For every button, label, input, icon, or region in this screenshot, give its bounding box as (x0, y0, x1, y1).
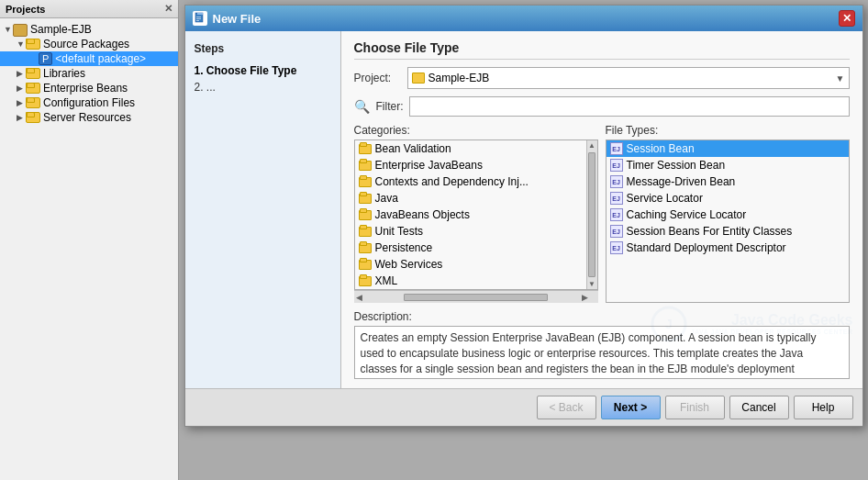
category-label: Java (375, 192, 398, 205)
list-item[interactable]: EJ Session Bean (606, 140, 849, 157)
project-select[interactable]: Sample-EJB ▼ (407, 67, 850, 89)
step-2: 2. ... (195, 79, 331, 95)
categories-section: Categories: Bean Validation Enterprise J… (354, 124, 598, 303)
next-button[interactable]: Next > (601, 396, 661, 419)
list-item[interactable]: Persistence (355, 240, 586, 256)
list-item[interactable]: Java (355, 190, 586, 207)
description-text: Creates an empty Session Enterprise Java… (354, 326, 850, 379)
folder-icon (26, 112, 40, 123)
file-types-label: File Types: (606, 124, 850, 137)
file-types-list[interactable]: EJ Session Bean EJ Timer Session Bean EJ… (606, 140, 849, 302)
file-type-icon: EJ (610, 192, 623, 205)
tree-item-configuration-files[interactable]: ▶ Configuration Files (0, 95, 178, 110)
hscroll-thumb (404, 294, 548, 301)
filter-search-icon: 🔍 (354, 98, 371, 115)
category-label: Unit Tests (375, 225, 423, 238)
package-icon: P (39, 52, 52, 65)
categories-scrollbar[interactable]: ▲ ▼ (586, 140, 597, 289)
dialog-body: Steps 1. Choose File Type 2. ... Choose … (185, 31, 862, 388)
help-button[interactable]: Help (794, 396, 853, 419)
file-type-label: Standard Deployment Descriptor (627, 241, 786, 254)
projects-header: Projects ✕ (0, 0, 178, 18)
section-title: Choose File Type (354, 40, 850, 60)
list-item[interactable]: Bean Validation (355, 140, 586, 157)
steps-title: Steps (195, 42, 331, 55)
category-label: JavaBeans Objects (375, 208, 470, 221)
tree-label-source-packages: Source Packages (43, 38, 129, 50)
svg-rect-3 (196, 18, 201, 19)
tree-item-libraries[interactable]: ▶ Libraries (0, 66, 178, 81)
folder-small-icon (359, 243, 372, 253)
list-item[interactable]: EJ Message-Driven Bean (606, 173, 849, 190)
step-1: 1. Choose File Type (195, 62, 331, 79)
tree-item-sample-ejb[interactable]: ▼ Sample-EJB (0, 22, 178, 37)
projects-close-icon[interactable]: ✕ (164, 3, 172, 15)
file-type-label: Caching Service Locator (627, 208, 747, 221)
scroll-down-icon[interactable]: ▼ (587, 279, 596, 289)
step-2-label: ... (206, 81, 216, 94)
description-section: Description: Creates an empty Session En… (354, 310, 850, 379)
tree-item-enterprise-beans[interactable]: ▶ Enterprise Beans (0, 81, 178, 95)
tree-item-server-resources[interactable]: ▶ Server Resources (0, 110, 178, 125)
back-button[interactable]: < Back (537, 396, 596, 419)
tree-item-default-package[interactable]: P <default package> (0, 51, 178, 66)
projects-panel: Projects ✕ ▼ Sample-EJB ▼ Source Package… (0, 0, 179, 480)
file-type-icon: EJ (610, 142, 623, 155)
tree-label-libraries: Libraries (43, 67, 85, 80)
category-label: Web Services (375, 258, 443, 271)
step-1-number: 1. (195, 64, 204, 77)
list-item[interactable]: JavaBeans Objects (355, 207, 586, 223)
folder-small-icon (359, 161, 372, 171)
list-item[interactable]: EJ Standard Deployment Descriptor (606, 240, 849, 256)
dialog-icon (193, 11, 207, 26)
cancel-button[interactable]: Cancel (729, 396, 789, 419)
svg-rect-2 (196, 17, 201, 17)
expand-arrow: ▶ (17, 113, 26, 122)
categories-list[interactable]: Bean Validation Enterprise JavaBeans Con… (355, 140, 586, 289)
list-item[interactable]: Unit Tests (355, 223, 586, 240)
list-item[interactable]: Web Services (355, 256, 586, 273)
dialog-close-button[interactable]: ✕ (839, 10, 855, 27)
filter-label: Filter: (376, 100, 404, 113)
list-item[interactable]: EJ Timer Session Bean (606, 157, 849, 173)
category-label: Bean Validation (375, 142, 451, 155)
folder-icon (26, 83, 40, 94)
list-item[interactable]: EJ Caching Service Locator (606, 207, 849, 223)
tree-label-enterprise-beans: Enterprise Beans (43, 82, 128, 95)
expand-arrow: ▶ (17, 69, 26, 78)
folder-small-icon (359, 144, 372, 154)
category-label: Enterprise JavaBeans (375, 159, 483, 172)
dialog-footer: < Back Next > Finish Cancel Help (185, 388, 862, 426)
scroll-left-icon[interactable]: ◀ (356, 293, 371, 302)
category-label: Contexts and Dependency Inj... (375, 175, 529, 188)
folder-small-icon (359, 177, 372, 187)
tree-label-sample-ejb: Sample-EJB (30, 23, 92, 36)
file-type-label: Timer Session Bean (627, 159, 726, 172)
expand-arrow: ▶ (17, 84, 26, 93)
folder-small-icon (359, 276, 372, 286)
list-item[interactable]: Contexts and Dependency Inj... (355, 173, 586, 190)
categories-hscrollbar[interactable]: ◀ ▶ (354, 290, 598, 303)
project-value: Sample-EJB (428, 72, 490, 84)
project-small-icon (412, 73, 425, 84)
dropdown-arrow-icon: ▼ (836, 73, 845, 84)
dialog-title: New File (213, 12, 262, 26)
finish-button[interactable]: Finish (665, 396, 725, 419)
file-type-icon: EJ (610, 225, 623, 238)
categories-label: Categories: (354, 124, 598, 137)
scroll-up-icon[interactable]: ▲ (587, 140, 596, 151)
list-item[interactable]: EJ Service Locator (606, 190, 849, 207)
file-type-label: Message-Driven Bean (627, 175, 736, 188)
main-content: Choose File Type Project: Sample-EJB ▼ 🔍… (341, 31, 862, 388)
list-item[interactable]: Enterprise JavaBeans (355, 157, 586, 173)
tree-item-source-packages[interactable]: ▼ Source Packages (0, 37, 178, 51)
description-label: Description: (354, 310, 850, 323)
filter-input[interactable] (409, 96, 850, 117)
scroll-right-icon[interactable]: ▶ (582, 293, 596, 302)
list-item[interactable]: EJ Session Beans For Entity Classes (606, 223, 849, 240)
file-type-label: Session Beans For Entity Classes (627, 225, 793, 238)
svg-rect-4 (196, 20, 199, 21)
project-row: Project: Sample-EJB ▼ (354, 67, 850, 89)
scroll-thumb (588, 152, 595, 277)
list-item[interactable]: XML (355, 273, 586, 289)
